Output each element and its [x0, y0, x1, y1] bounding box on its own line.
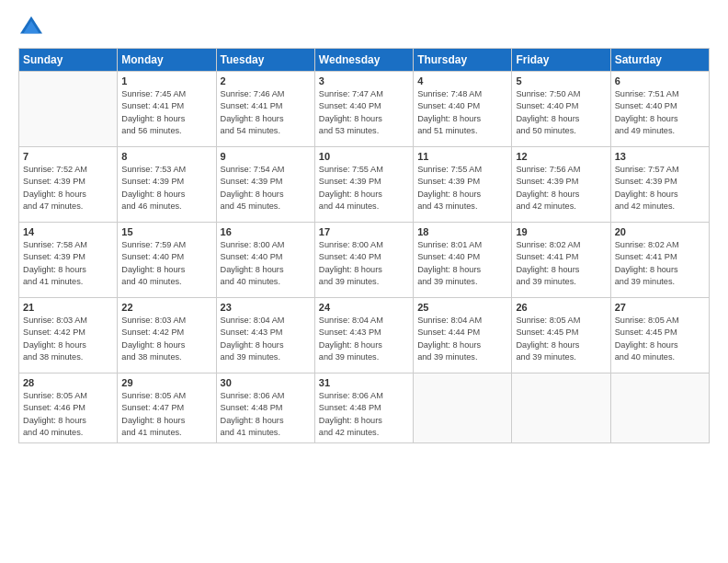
calendar-day-cell: 29Sunrise: 8:05 AM Sunset: 4:47 PM Dayli… [118, 373, 216, 443]
day-info: Sunrise: 8:03 AM Sunset: 4:42 PM Dayligh… [121, 315, 211, 363]
calendar-day-cell: 28Sunrise: 8:05 AM Sunset: 4:46 PM Dayli… [19, 373, 118, 443]
calendar-day-cell: 24Sunrise: 8:04 AM Sunset: 4:43 PM Dayli… [314, 298, 413, 373]
day-number: 6 [615, 75, 705, 86]
calendar-day-cell: 27Sunrise: 8:05 AM Sunset: 4:45 PM Dayli… [610, 298, 709, 373]
calendar-day-cell: 11Sunrise: 7:55 AM Sunset: 4:39 PM Dayli… [414, 147, 512, 223]
day-number: 1 [121, 75, 211, 86]
day-info: Sunrise: 7:58 AM Sunset: 4:39 PM Dayligh… [23, 239, 113, 288]
calendar-day-cell: 7Sunrise: 7:52 AM Sunset: 4:39 PM Daylig… [19, 147, 118, 223]
calendar-week-row: 7Sunrise: 7:52 AM Sunset: 4:39 PM Daylig… [19, 147, 710, 223]
day-number: 16 [221, 226, 311, 237]
day-number: 28 [23, 377, 113, 388]
logo-icon [18, 15, 44, 37]
calendar-day-cell [610, 373, 709, 443]
day-number: 12 [516, 151, 606, 162]
day-info: Sunrise: 8:05 AM Sunset: 4:45 PM Dayligh… [516, 315, 606, 363]
day-number: 8 [121, 151, 211, 162]
calendar-day-cell: 3Sunrise: 7:47 AM Sunset: 4:40 PM Daylig… [314, 72, 413, 147]
day-number: 25 [417, 302, 507, 313]
day-info: Sunrise: 7:52 AM Sunset: 4:39 PM Dayligh… [23, 164, 113, 213]
calendar-week-row: 28Sunrise: 8:05 AM Sunset: 4:46 PM Dayli… [19, 373, 710, 443]
day-info: Sunrise: 8:04 AM Sunset: 4:43 PM Dayligh… [221, 315, 311, 363]
day-info: Sunrise: 7:51 AM Sunset: 4:40 PM Dayligh… [615, 88, 705, 137]
calendar-day-cell: 12Sunrise: 7:56 AM Sunset: 4:39 PM Dayli… [512, 147, 610, 223]
day-info: Sunrise: 7:59 AM Sunset: 4:40 PM Dayligh… [121, 239, 211, 288]
day-info: Sunrise: 7:53 AM Sunset: 4:39 PM Dayligh… [121, 164, 211, 213]
calendar-day-cell: 25Sunrise: 8:04 AM Sunset: 4:44 PM Dayli… [414, 298, 512, 373]
calendar-day-cell: 10Sunrise: 7:55 AM Sunset: 4:39 PM Dayli… [314, 147, 413, 223]
day-number: 3 [319, 75, 409, 86]
calendar-week-row: 14Sunrise: 7:58 AM Sunset: 4:39 PM Dayli… [19, 223, 710, 298]
weekday-header: Sunday [19, 49, 118, 72]
calendar-day-cell: 23Sunrise: 8:04 AM Sunset: 4:43 PM Dayli… [216, 298, 314, 373]
calendar-day-cell: 6Sunrise: 7:51 AM Sunset: 4:40 PM Daylig… [610, 72, 709, 147]
day-info: Sunrise: 8:05 AM Sunset: 4:46 PM Dayligh… [23, 390, 113, 439]
day-info: Sunrise: 7:55 AM Sunset: 4:39 PM Dayligh… [319, 164, 409, 213]
calendar-day-cell [512, 373, 610, 443]
day-info: Sunrise: 8:05 AM Sunset: 4:45 PM Dayligh… [615, 315, 705, 363]
day-info: Sunrise: 8:06 AM Sunset: 4:48 PM Dayligh… [319, 390, 409, 439]
weekday-header: Saturday [610, 49, 709, 72]
calendar-day-cell: 30Sunrise: 8:06 AM Sunset: 4:48 PM Dayli… [216, 373, 314, 443]
day-info: Sunrise: 7:48 AM Sunset: 4:40 PM Dayligh… [417, 88, 507, 137]
calendar-week-row: 21Sunrise: 8:03 AM Sunset: 4:42 PM Dayli… [19, 298, 710, 373]
calendar-day-cell: 22Sunrise: 8:03 AM Sunset: 4:42 PM Dayli… [118, 298, 216, 373]
day-info: Sunrise: 8:03 AM Sunset: 4:42 PM Dayligh… [23, 315, 113, 363]
day-info: Sunrise: 8:00 AM Sunset: 4:40 PM Dayligh… [221, 239, 311, 288]
day-info: Sunrise: 7:46 AM Sunset: 4:41 PM Dayligh… [221, 88, 311, 137]
day-info: Sunrise: 7:54 AM Sunset: 4:39 PM Dayligh… [221, 164, 311, 213]
day-info: Sunrise: 7:57 AM Sunset: 4:39 PM Dayligh… [615, 164, 705, 213]
day-number: 23 [221, 302, 311, 313]
calendar-day-cell: 15Sunrise: 7:59 AM Sunset: 4:40 PM Dayli… [118, 223, 216, 298]
day-info: Sunrise: 8:01 AM Sunset: 4:40 PM Dayligh… [417, 239, 507, 288]
day-info: Sunrise: 7:56 AM Sunset: 4:39 PM Dayligh… [516, 164, 606, 213]
calendar-day-cell: 16Sunrise: 8:00 AM Sunset: 4:40 PM Dayli… [216, 223, 314, 298]
day-info: Sunrise: 7:47 AM Sunset: 4:40 PM Dayligh… [319, 88, 409, 137]
calendar-day-cell [414, 373, 512, 443]
day-number: 4 [417, 75, 507, 86]
day-number: 7 [23, 151, 113, 162]
day-number: 15 [121, 226, 211, 237]
calendar-page: SundayMondayTuesdayWednesdayThursdayFrid… [0, 0, 728, 563]
day-info: Sunrise: 8:05 AM Sunset: 4:47 PM Dayligh… [121, 390, 211, 439]
calendar-day-cell: 1Sunrise: 7:45 AM Sunset: 4:41 PM Daylig… [118, 72, 216, 147]
day-number: 26 [516, 302, 606, 313]
day-number: 30 [221, 377, 311, 388]
day-number: 19 [516, 226, 606, 237]
header [18, 15, 710, 37]
day-number: 2 [221, 75, 311, 86]
day-number: 22 [121, 302, 211, 313]
day-info: Sunrise: 7:55 AM Sunset: 4:39 PM Dayligh… [417, 164, 507, 213]
day-info: Sunrise: 7:45 AM Sunset: 4:41 PM Dayligh… [121, 88, 211, 137]
weekday-header: Friday [512, 49, 610, 72]
day-info: Sunrise: 8:06 AM Sunset: 4:48 PM Dayligh… [221, 390, 311, 439]
calendar-day-cell: 2Sunrise: 7:46 AM Sunset: 4:41 PM Daylig… [216, 72, 314, 147]
calendar-week-row: 1Sunrise: 7:45 AM Sunset: 4:41 PM Daylig… [19, 72, 710, 147]
calendar-day-cell: 9Sunrise: 7:54 AM Sunset: 4:39 PM Daylig… [216, 147, 314, 223]
calendar-day-cell: 4Sunrise: 7:48 AM Sunset: 4:40 PM Daylig… [414, 72, 512, 147]
day-number: 11 [417, 151, 507, 162]
calendar-day-cell: 18Sunrise: 8:01 AM Sunset: 4:40 PM Dayli… [414, 223, 512, 298]
day-number: 10 [319, 151, 409, 162]
day-number: 9 [221, 151, 311, 162]
day-info: Sunrise: 8:02 AM Sunset: 4:41 PM Dayligh… [615, 239, 705, 288]
calendar-day-cell [19, 72, 118, 147]
day-info: Sunrise: 8:00 AM Sunset: 4:40 PM Dayligh… [319, 239, 409, 288]
calendar-day-cell: 21Sunrise: 8:03 AM Sunset: 4:42 PM Dayli… [19, 298, 118, 373]
calendar-day-cell: 19Sunrise: 8:02 AM Sunset: 4:41 PM Dayli… [512, 223, 610, 298]
weekday-header: Monday [118, 49, 216, 72]
day-info: Sunrise: 8:02 AM Sunset: 4:41 PM Dayligh… [516, 239, 606, 288]
day-number: 5 [516, 75, 606, 86]
weekday-header: Wednesday [314, 49, 413, 72]
calendar-day-cell: 26Sunrise: 8:05 AM Sunset: 4:45 PM Dayli… [512, 298, 610, 373]
calendar-day-cell: 31Sunrise: 8:06 AM Sunset: 4:48 PM Dayli… [314, 373, 413, 443]
day-number: 29 [121, 377, 211, 388]
day-number: 18 [417, 226, 507, 237]
day-number: 14 [23, 226, 113, 237]
day-number: 27 [615, 302, 705, 313]
calendar-header-row: SundayMondayTuesdayWednesdayThursdayFrid… [19, 49, 710, 72]
weekday-header: Tuesday [216, 49, 314, 72]
day-number: 21 [23, 302, 113, 313]
day-info: Sunrise: 8:04 AM Sunset: 4:44 PM Dayligh… [417, 315, 507, 363]
calendar-table: SundayMondayTuesdayWednesdayThursdayFrid… [18, 48, 710, 443]
